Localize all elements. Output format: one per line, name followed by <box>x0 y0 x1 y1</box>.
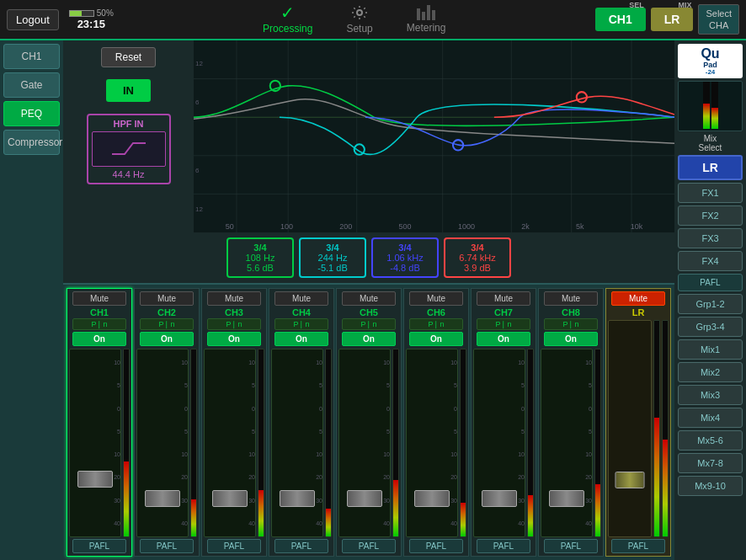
on-btn-ch1[interactable]: On <box>72 332 127 346</box>
pan-btn-ch5[interactable]: P❘n <box>342 318 397 330</box>
top-center-nav: ✓ Processing Setup Metering <box>120 4 589 35</box>
pafl-btn-ch4[interactable]: PAFL <box>274 539 329 553</box>
vu-col-l <box>703 82 710 129</box>
mix2-button[interactable]: Mix2 <box>678 362 743 382</box>
logout-button[interactable]: Logout <box>7 9 59 30</box>
nav-ch1[interactable]: CH1 <box>3 44 60 69</box>
fx4-button[interactable]: FX4 <box>678 251 743 271</box>
fader-track-ch6[interactable]: 1050510203040 <box>406 349 458 537</box>
on-btn-ch5[interactable]: On <box>342 332 397 346</box>
fader-track-ch8[interactable]: 1050510203040 <box>541 349 593 537</box>
meter-fill-lr-l <box>654 418 659 536</box>
lr-main-button[interactable]: LR <box>678 155 743 180</box>
fx1-button[interactable]: FX1 <box>678 183 743 203</box>
fx3-button[interactable]: FX3 <box>678 228 743 248</box>
pan-btn-ch4[interactable]: P❘n <box>274 318 329 330</box>
nav-gate[interactable]: Gate <box>3 72 60 98</box>
fader-handle-ch1[interactable] <box>77 471 113 488</box>
fader-handle-lr[interactable] <box>615 472 645 488</box>
mute-btn-lr[interactable]: Mute <box>611 291 666 306</box>
select-line2: CHA <box>709 20 728 30</box>
grp3-4-button[interactable]: Grp3-4 <box>678 317 743 337</box>
mx5-6-button[interactable]: Mx5-6 <box>678 430 743 451</box>
fader-handle-ch6[interactable] <box>414 490 450 507</box>
pan-btn-ch6[interactable]: P❘n <box>409 318 464 330</box>
eq-band-1[interactable]: 3/4 108 Hz 5.6 dB <box>226 237 294 278</box>
on-btn-ch3[interactable]: On <box>207 332 262 346</box>
fader-container-ch2: 1050510203040 <box>136 349 197 537</box>
eq-band-4[interactable]: 3/4 6.74 kHz 3.9 dB <box>444 237 511 278</box>
fader-track-ch4[interactable]: 1050510203040 <box>271 349 323 537</box>
fader-handle-ch8[interactable] <box>549 490 584 507</box>
fader-handle-ch4[interactable] <box>280 490 315 507</box>
mute-btn-ch5[interactable]: Mute <box>342 291 397 306</box>
pafl-btn-ch2[interactable]: PAFL <box>140 539 194 553</box>
mx9-10-button[interactable]: Mx9-10 <box>678 476 743 496</box>
pafl-btn-ch1[interactable]: PAFL <box>72 539 127 553</box>
pafl-btn-ch3[interactable]: PAFL <box>207 539 262 553</box>
nav-compressor[interactable]: Compressor <box>3 130 60 155</box>
mix3-button[interactable]: Mix3 <box>678 385 743 405</box>
eq-in-indicator[interactable]: IN <box>106 79 151 102</box>
on-btn-ch8[interactable]: On <box>544 332 599 346</box>
eq-band-2[interactable]: 3/4 244 Hz -5.1 dB <box>299 237 366 278</box>
eq-reset-button[interactable]: Reset <box>101 47 156 67</box>
fader-track-ch2[interactable]: 1050510203040 <box>136 349 189 537</box>
grp1-2-button[interactable]: Grp1-2 <box>678 294 743 314</box>
hpf-box[interactable] <box>92 131 166 167</box>
mute-btn-ch4[interactable]: Mute <box>274 291 329 306</box>
eq-band-3[interactable]: 3/4 1.06 kHz -4.8 dB <box>371 237 439 278</box>
mute-btn-ch8[interactable]: Mute <box>544 291 599 306</box>
fx2-button[interactable]: FX2 <box>678 205 743 226</box>
fader-handle-ch2[interactable] <box>145 490 180 507</box>
fader-track-ch1[interactable]: 1050510203040 <box>69 349 121 537</box>
mute-btn-ch7[interactable]: Mute <box>477 291 531 306</box>
mix4-button[interactable]: Mix4 <box>678 408 743 428</box>
on-btn-ch7[interactable]: On <box>477 332 531 346</box>
channel-sel-button[interactable]: SEL CH1 <box>595 8 646 31</box>
pafl-right-button[interactable]: PAFL <box>678 274 743 291</box>
pafl-btn-lr[interactable]: PAFL <box>611 539 666 553</box>
mute-btn-ch2[interactable]: Mute <box>140 291 194 306</box>
fader-container-ch5: 1050510203040 <box>338 349 399 537</box>
pafl-btn-ch5[interactable]: PAFL <box>342 539 397 553</box>
hpf-label: HPF IN <box>92 119 166 129</box>
ch-label-ch2: CH2 <box>157 307 176 317</box>
eq-bands: 3/4 108 Hz 5.6 dB 3/4 244 Hz -5.1 dB 3/4… <box>63 232 674 283</box>
select-button[interactable]: Select CHA <box>698 4 739 35</box>
pafl-btn-ch6[interactable]: PAFL <box>409 539 464 553</box>
mix1-button[interactable]: Mix1 <box>678 339 743 360</box>
sel-label: SEL <box>629 1 644 9</box>
mute-btn-ch3[interactable]: Mute <box>207 291 262 306</box>
mute-btn-ch6[interactable]: Mute <box>409 291 464 306</box>
fader-handle-ch3[interactable] <box>212 490 248 507</box>
pan-btn-ch7[interactable]: P❘n <box>477 318 531 330</box>
pan-btn-ch3[interactable]: P❘n <box>207 318 262 330</box>
fader-track-ch7[interactable]: 1050510203040 <box>473 349 525 537</box>
on-btn-ch4[interactable]: On <box>274 332 329 346</box>
select-line1: Select <box>706 8 732 19</box>
fader-track-ch3[interactable]: 1050510203040 <box>204 349 256 537</box>
lr-mix-button[interactable]: MIX LR <box>651 8 694 31</box>
pan-btn-ch2[interactable]: P❘n <box>140 318 194 330</box>
fader-track-ch5[interactable]: 1050510203040 <box>338 349 391 537</box>
nav-setup[interactable]: Setup <box>346 4 372 35</box>
nav-processing[interactable]: ✓ Processing <box>263 4 312 35</box>
freq-labels: 5010020050010002k5k10k <box>194 222 674 231</box>
nav-metering[interactable]: Metering <box>407 5 446 34</box>
pan-btn-ch8[interactable]: P❘n <box>544 318 599 330</box>
eq-graph[interactable]: 12 6 6 12 <box>194 40 674 232</box>
pafl-btn-ch8[interactable]: PAFL <box>544 539 599 553</box>
nav-peq[interactable]: PEQ <box>3 101 60 126</box>
mx7-8-button[interactable]: Mx7-8 <box>678 453 743 473</box>
vu-fill-l <box>703 104 710 130</box>
fader-handle-ch7[interactable] <box>482 490 517 507</box>
on-btn-ch2[interactable]: On <box>140 332 194 346</box>
mute-btn-ch1[interactable]: Mute <box>72 291 127 306</box>
meter-col-ch7 <box>527 349 534 537</box>
fader-track-lr[interactable] <box>608 320 652 537</box>
on-btn-ch6[interactable]: On <box>409 332 464 346</box>
pafl-btn-ch7[interactable]: PAFL <box>477 539 531 553</box>
fader-handle-ch5[interactable] <box>347 490 382 507</box>
pan-btn-ch1[interactable]: P❘n <box>72 318 127 330</box>
